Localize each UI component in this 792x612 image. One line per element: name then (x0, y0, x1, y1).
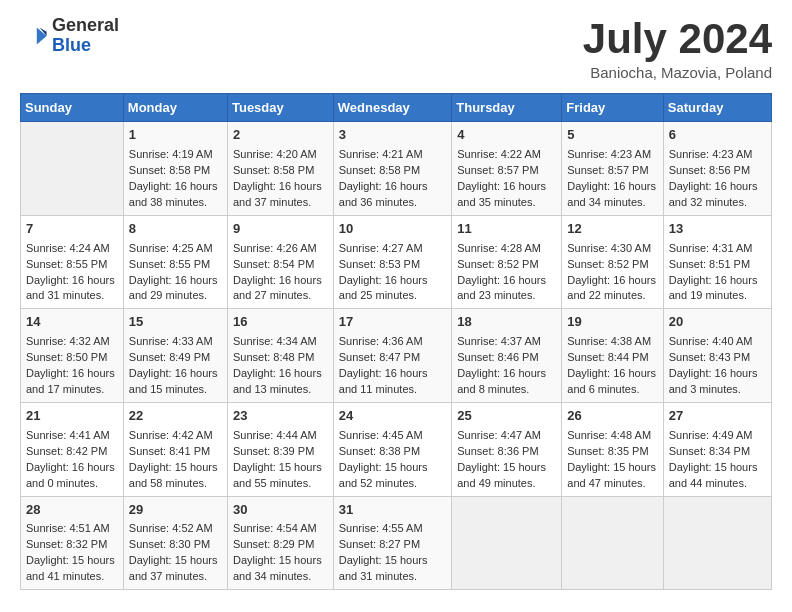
calendar-header: SundayMondayTuesdayWednesdayThursdayFrid… (21, 94, 772, 122)
daylight-text: Daylight: 15 hours and 49 minutes. (457, 461, 546, 489)
day-number: 26 (567, 407, 657, 426)
sunset-text: Sunset: 8:46 PM (457, 351, 538, 363)
sunset-text: Sunset: 8:41 PM (129, 445, 210, 457)
daylight-text: Daylight: 15 hours and 31 minutes. (339, 554, 428, 582)
day-cell: 13Sunrise: 4:31 AMSunset: 8:51 PMDayligh… (663, 215, 771, 309)
sunrise-text: Sunrise: 4:44 AM (233, 429, 317, 441)
sunrise-text: Sunrise: 4:26 AM (233, 242, 317, 254)
sunset-text: Sunset: 8:52 PM (457, 258, 538, 270)
daylight-text: Daylight: 16 hours and 34 minutes. (567, 180, 656, 208)
day-cell: 1Sunrise: 4:19 AMSunset: 8:58 PMDaylight… (123, 122, 227, 216)
sunset-text: Sunset: 8:43 PM (669, 351, 750, 363)
daylight-text: Daylight: 16 hours and 27 minutes. (233, 274, 322, 302)
sunrise-text: Sunrise: 4:49 AM (669, 429, 753, 441)
day-cell: 29Sunrise: 4:52 AMSunset: 8:30 PMDayligh… (123, 496, 227, 590)
sunrise-text: Sunrise: 4:47 AM (457, 429, 541, 441)
week-row-2: 7Sunrise: 4:24 AMSunset: 8:55 PMDaylight… (21, 215, 772, 309)
day-number: 16 (233, 313, 328, 332)
sunrise-text: Sunrise: 4:23 AM (669, 148, 753, 160)
sunset-text: Sunset: 8:53 PM (339, 258, 420, 270)
sunrise-text: Sunrise: 4:33 AM (129, 335, 213, 347)
sunset-text: Sunset: 8:47 PM (339, 351, 420, 363)
day-number: 30 (233, 501, 328, 520)
sunrise-text: Sunrise: 4:23 AM (567, 148, 651, 160)
day-number: 21 (26, 407, 118, 426)
sunrise-text: Sunrise: 4:30 AM (567, 242, 651, 254)
day-number: 3 (339, 126, 446, 145)
daylight-text: Daylight: 15 hours and 41 minutes. (26, 554, 115, 582)
sunset-text: Sunset: 8:52 PM (567, 258, 648, 270)
sunrise-text: Sunrise: 4:51 AM (26, 522, 110, 534)
header-cell-monday: Monday (123, 94, 227, 122)
sunset-text: Sunset: 8:54 PM (233, 258, 314, 270)
daylight-text: Daylight: 16 hours and 25 minutes. (339, 274, 428, 302)
day-number: 20 (669, 313, 766, 332)
day-cell: 18Sunrise: 4:37 AMSunset: 8:46 PMDayligh… (452, 309, 562, 403)
sunset-text: Sunset: 8:48 PM (233, 351, 314, 363)
daylight-text: Daylight: 16 hours and 36 minutes. (339, 180, 428, 208)
day-cell: 22Sunrise: 4:42 AMSunset: 8:41 PMDayligh… (123, 402, 227, 496)
sunset-text: Sunset: 8:57 PM (457, 164, 538, 176)
day-number: 6 (669, 126, 766, 145)
daylight-text: Daylight: 16 hours and 17 minutes. (26, 367, 115, 395)
sunset-text: Sunset: 8:44 PM (567, 351, 648, 363)
sunrise-text: Sunrise: 4:22 AM (457, 148, 541, 160)
daylight-text: Daylight: 16 hours and 38 minutes. (129, 180, 218, 208)
week-row-4: 21Sunrise: 4:41 AMSunset: 8:42 PMDayligh… (21, 402, 772, 496)
day-number: 5 (567, 126, 657, 145)
day-cell: 17Sunrise: 4:36 AMSunset: 8:47 PMDayligh… (333, 309, 451, 403)
location-subtitle: Baniocha, Mazovia, Poland (583, 64, 772, 81)
day-number: 11 (457, 220, 556, 239)
sunset-text: Sunset: 8:27 PM (339, 538, 420, 550)
day-cell: 16Sunrise: 4:34 AMSunset: 8:48 PMDayligh… (227, 309, 333, 403)
sunrise-text: Sunrise: 4:38 AM (567, 335, 651, 347)
calendar-table: SundayMondayTuesdayWednesdayThursdayFrid… (20, 93, 772, 590)
day-cell: 28Sunrise: 4:51 AMSunset: 8:32 PMDayligh… (21, 496, 124, 590)
daylight-text: Daylight: 16 hours and 29 minutes. (129, 274, 218, 302)
day-number: 22 (129, 407, 222, 426)
sunrise-text: Sunrise: 4:37 AM (457, 335, 541, 347)
day-number: 10 (339, 220, 446, 239)
daylight-text: Daylight: 16 hours and 35 minutes. (457, 180, 546, 208)
day-number: 15 (129, 313, 222, 332)
day-cell: 11Sunrise: 4:28 AMSunset: 8:52 PMDayligh… (452, 215, 562, 309)
header-cell-saturday: Saturday (663, 94, 771, 122)
sunrise-text: Sunrise: 4:27 AM (339, 242, 423, 254)
logo-blue-text: Blue (52, 36, 119, 56)
header-cell-thursday: Thursday (452, 94, 562, 122)
week-row-3: 14Sunrise: 4:32 AMSunset: 8:50 PMDayligh… (21, 309, 772, 403)
day-number: 9 (233, 220, 328, 239)
day-number: 29 (129, 501, 222, 520)
day-cell: 9Sunrise: 4:26 AMSunset: 8:54 PMDaylight… (227, 215, 333, 309)
sunrise-text: Sunrise: 4:32 AM (26, 335, 110, 347)
day-cell: 20Sunrise: 4:40 AMSunset: 8:43 PMDayligh… (663, 309, 771, 403)
day-cell: 2Sunrise: 4:20 AMSunset: 8:58 PMDaylight… (227, 122, 333, 216)
day-number: 7 (26, 220, 118, 239)
sunset-text: Sunset: 8:57 PM (567, 164, 648, 176)
sunset-text: Sunset: 8:56 PM (669, 164, 750, 176)
sunset-text: Sunset: 8:36 PM (457, 445, 538, 457)
sunrise-text: Sunrise: 4:52 AM (129, 522, 213, 534)
day-cell: 15Sunrise: 4:33 AMSunset: 8:49 PMDayligh… (123, 309, 227, 403)
daylight-text: Daylight: 16 hours and 3 minutes. (669, 367, 758, 395)
daylight-text: Daylight: 16 hours and 37 minutes. (233, 180, 322, 208)
calendar-body: 1Sunrise: 4:19 AMSunset: 8:58 PMDaylight… (21, 122, 772, 590)
day-number: 1 (129, 126, 222, 145)
day-number: 8 (129, 220, 222, 239)
sunset-text: Sunset: 8:50 PM (26, 351, 107, 363)
logo: General Blue (20, 16, 119, 56)
month-title: July 2024 (583, 16, 772, 62)
day-cell: 4Sunrise: 4:22 AMSunset: 8:57 PMDaylight… (452, 122, 562, 216)
sunset-text: Sunset: 8:42 PM (26, 445, 107, 457)
day-cell: 31Sunrise: 4:55 AMSunset: 8:27 PMDayligh… (333, 496, 451, 590)
daylight-text: Daylight: 15 hours and 44 minutes. (669, 461, 758, 489)
svg-marker-0 (37, 27, 47, 44)
page-header: General Blue July 2024 Baniocha, Mazovia… (20, 16, 772, 81)
daylight-text: Daylight: 16 hours and 32 minutes. (669, 180, 758, 208)
daylight-text: Daylight: 16 hours and 6 minutes. (567, 367, 656, 395)
sunset-text: Sunset: 8:55 PM (129, 258, 210, 270)
header-row: SundayMondayTuesdayWednesdayThursdayFrid… (21, 94, 772, 122)
daylight-text: Daylight: 15 hours and 37 minutes. (129, 554, 218, 582)
day-number: 19 (567, 313, 657, 332)
sunrise-text: Sunrise: 4:21 AM (339, 148, 423, 160)
